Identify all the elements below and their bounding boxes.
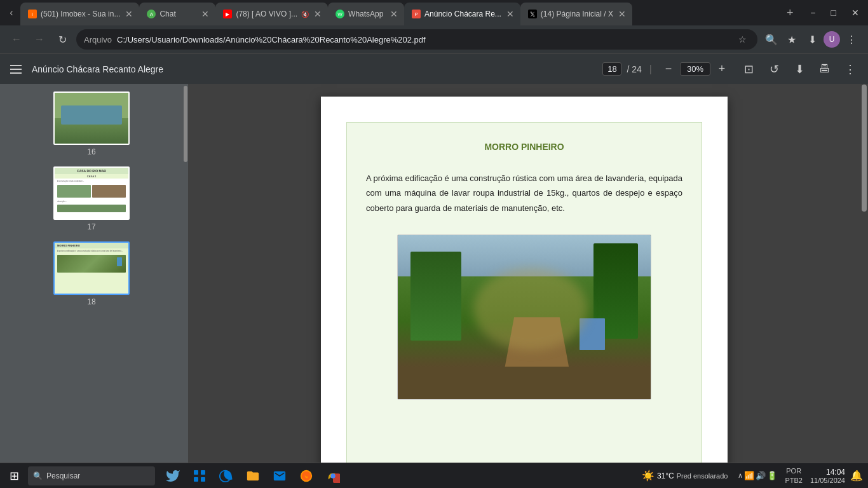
right-scrollbar[interactable] <box>860 84 868 463</box>
clock-date: 11/05/2024 <box>810 477 845 484</box>
page-main-image <box>397 234 651 400</box>
language-display[interactable]: POR PTB2 <box>782 466 805 485</box>
thumb17-bottom-text: descrição... <box>55 199 128 204</box>
svg-rect-0 <box>194 470 198 475</box>
settings-button[interactable]: ⋮ <box>843 30 860 48</box>
taskbar-right: ☀️ 31°C Pred ensolarado ∧ 📶 🔊 🔋 POR PTB2… <box>637 466 868 485</box>
thumbnail-17[interactable]: CASA DO RIO MAR CASA 2 A construção nest… <box>53 166 130 231</box>
tab-close-twitter[interactable]: ✕ <box>617 9 627 19</box>
zoom-in-button[interactable]: + <box>713 60 731 78</box>
pdf-content[interactable]: MORRO PINHEIRO A próxima edificação é um… <box>188 84 860 463</box>
tab-youtube[interactable]: ▶ (78) [ AO VIVO ]... 🔇 ✕ <box>215 3 328 25</box>
thumbnail-16[interactable]: 16 <box>53 92 130 156</box>
tab-pdf[interactable]: P Anúncio Chácara Re... ✕ <box>404 3 520 25</box>
forward-button[interactable]: → <box>31 30 48 48</box>
bookmark-button[interactable]: ☆ <box>735 32 750 47</box>
pdf-more-button[interactable]: ⋮ <box>840 59 860 79</box>
zoom-browser-button[interactable]: 🔍 <box>763 30 780 48</box>
pdf-menu-button[interactable] <box>8 62 24 76</box>
start-button[interactable]: ⊞ <box>0 463 28 489</box>
address-protocol: Arquivo <box>84 35 112 44</box>
thumbnail-panel: 16 CASA DO RIO MAR CASA 2 A construção n… <box>0 84 183 463</box>
thumb18-text: A próxima edificação é uma construção rú… <box>55 248 128 254</box>
address-right-icons: ☆ <box>735 32 750 47</box>
thumb18-header: MORRO PINHEIRO <box>55 243 128 248</box>
weather-widget[interactable]: ☀️ 31°C Pred ensolarado <box>637 470 733 482</box>
panel-scrollbar[interactable] <box>183 84 188 463</box>
address-field[interactable]: Arquivo C:/Users/Usuario/Downloads/Anúnc… <box>76 29 757 50</box>
task-view-icon <box>192 468 207 484</box>
menu-line-3 <box>10 72 22 74</box>
rotate-button[interactable]: ↺ <box>764 59 784 79</box>
tab-title-chat: Chat <box>159 10 196 18</box>
notification-button[interactable]: 🔔 <box>850 470 863 482</box>
favicon-twitter: 𝕏 <box>528 10 537 18</box>
pdf-download-button[interactable]: ⬇ <box>789 59 810 79</box>
tab-close-imobex[interactable]: ✕ <box>124 9 134 19</box>
profile-button[interactable]: U <box>824 31 840 48</box>
taskbar-bird-app[interactable] <box>160 463 186 489</box>
thumb17-title: CASA 2 <box>55 174 128 179</box>
pdf-page-input[interactable] <box>602 62 621 76</box>
maximize-button[interactable]: □ <box>825 5 843 20</box>
thumb-box-16 <box>53 92 130 145</box>
clock-time: 14:04 <box>810 468 845 477</box>
taskbar-chrome[interactable] <box>320 463 346 489</box>
thumb17-img2 <box>92 185 126 198</box>
taskbar-search[interactable]: 🔍 Pesquisar <box>28 466 155 485</box>
network-icon: 📶 <box>744 471 754 480</box>
svg-rect-1 <box>201 470 205 475</box>
refresh-button[interactable]: ↻ <box>53 30 71 48</box>
thumb-box-18: MORRO PINHEIRO A próxima edificação é um… <box>53 241 130 295</box>
back-button[interactable]: ← <box>8 30 25 48</box>
favorites-button[interactable]: ★ <box>783 30 801 48</box>
pdf-divider: | <box>649 64 652 75</box>
tab-twitter[interactable]: 𝕏 (14) Página Inicial / X ✕ <box>520 3 632 25</box>
taskbar-taskview[interactable] <box>187 463 212 489</box>
lang-text: POR PTB2 <box>785 466 803 485</box>
svg-rect-2 <box>194 477 198 482</box>
tab-close-chat[interactable]: ✕ <box>200 9 210 19</box>
weather-desc: Pred ensolarado <box>677 472 728 480</box>
pdf-print-button[interactable]: 🖶 <box>815 59 835 79</box>
panel-scroll-thumb <box>184 86 187 162</box>
thumbnail-18[interactable]: MORRO PINHEIRO A próxima edificação é um… <box>53 241 130 306</box>
clock-widget[interactable]: 14:04 11/05/2024 <box>808 468 848 484</box>
tab-title-youtube: (78) [ AO VIVO ]... <box>236 10 297 18</box>
thumb-number-16: 16 <box>87 147 95 156</box>
tab-close-whatsapp[interactable]: ✕ <box>389 9 399 19</box>
taskbar-explorer[interactable] <box>240 463 266 489</box>
tab-title-imobex: (501) Imobex - Sua in... <box>41 10 120 18</box>
forest-tree-left <box>410 252 461 341</box>
tab-chat[interactable]: A Chat ✕ <box>139 3 215 25</box>
tab-whatsapp[interactable]: W WhatsApp ✕ <box>328 3 404 25</box>
address-bar: ← → ↻ Arquivo C:/Users/Usuario/Downloads… <box>0 25 868 53</box>
favicon-pdf: P <box>412 10 421 18</box>
zoom-out-button[interactable]: − <box>660 60 677 78</box>
thumb17-section: CASA DO RIO MAR <box>55 168 128 174</box>
downloads-button[interactable]: ⬇ <box>803 30 821 48</box>
close-button[interactable]: ✕ <box>845 5 865 20</box>
pdf-zoom-controls: − 30% + <box>660 60 731 78</box>
pdf-page-controls: / 24 <box>602 62 641 76</box>
thumb17-text: A construção nesta localidade... <box>55 179 128 184</box>
new-tab-button[interactable]: + <box>781 4 799 22</box>
tab-close-pdf[interactable]: ✕ <box>505 9 515 19</box>
taskbar-apps <box>160 463 346 489</box>
taskbar-edge[interactable] <box>214 463 239 489</box>
weather-icon: ☀️ <box>642 470 654 482</box>
pdf-page: MORRO PINHEIRO A próxima edificação é um… <box>321 97 728 463</box>
fit-page-button[interactable]: ⊡ <box>738 59 759 79</box>
tab-close-youtube[interactable]: ✕ <box>313 9 323 19</box>
taskbar-email[interactable] <box>267 463 292 489</box>
menu-line-2 <box>10 69 22 70</box>
tab-scroll-left[interactable]: ‹ <box>3 4 20 22</box>
tab-imobex[interactable]: i (501) Imobex - Sua in... ✕ <box>20 3 139 25</box>
minimize-button[interactable]: − <box>804 5 822 20</box>
system-tray[interactable]: ∧ 📶 🔊 🔋 <box>735 471 780 480</box>
page-section-title: MORRO PINHEIRO <box>366 142 682 152</box>
window-controls: − □ ✕ <box>804 5 865 20</box>
forest-ground <box>398 367 651 400</box>
chrome-icon <box>325 468 341 484</box>
taskbar-firefox[interactable] <box>294 463 319 489</box>
